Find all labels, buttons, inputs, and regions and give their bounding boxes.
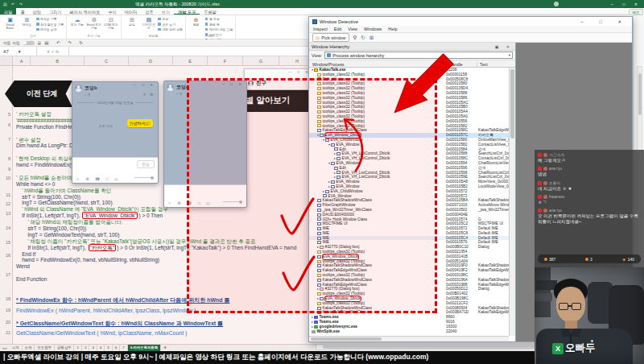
tree-row[interactable]: WinSplit.exe22040	[309, 329, 509, 334]
ribbon-button[interactable]: ⚙Excel 추가 기능	[86, 16, 101, 30]
row-number[interactable]: 13	[6, 211, 10, 216]
row-number[interactable]: 10	[6, 176, 10, 180]
view-dropdown[interactable]: Process window hierarchy ▾	[324, 52, 513, 59]
row-number[interactable]: 9	[8, 167, 10, 172]
column-header[interactable]: D	[129, 56, 173, 66]
row-number[interactable]: 17	[6, 272, 10, 277]
memo-button[interactable]: 메모	[629, 9, 643, 15]
sheet-tab[interactable]: 5	[105, 345, 112, 351]
chat-toolbar[interactable]: ○ ⚲	[164, 92, 246, 96]
sheet-tab[interactable]: 7	[120, 345, 127, 351]
ribbon-button[interactable]: ⊟COM 추가 기능	[103, 16, 118, 30]
column-header[interactable]: A	[13, 56, 31, 66]
sheet-tab[interactable]: 3	[89, 345, 97, 351]
sheet-tab-active[interactable]: 9.카카오톡자동화	[128, 345, 161, 351]
kakaotalk-chat-window-2[interactable]: 코딩c ─ □ ✕ ○ ⚲ ☺ ⊞ ☎ □ ▭	[163, 81, 247, 208]
notification-search-icons[interactable]: ○ ⚲	[85, 93, 90, 97]
add-sheet-button[interactable]: ⊕	[161, 345, 169, 351]
column-header[interactable]: B	[31, 56, 85, 66]
pick-window-button[interactable]: ◎ Pick window	[312, 33, 349, 42]
column-header[interactable]: C	[85, 56, 129, 66]
row-number[interactable]: 11	[6, 192, 10, 197]
ribbon-button[interactable]: ▤디자인 모드	[141, 16, 156, 31]
expand-all-icon[interactable]: ⊞	[369, 35, 374, 41]
select-all-corner[interactable]	[0, 56, 13, 66]
ribbon-tab[interactable]: 수식	[104, 8, 120, 14]
row-number[interactable]: 16	[6, 253, 10, 258]
tree-horizontal-scrollbar[interactable]	[309, 336, 509, 341]
notification-search-icons[interactable]: ○ ⚲	[176, 92, 182, 96]
quick-access-icons[interactable]: ▤ ↶ ↷	[3, 2, 24, 6]
sheet-tab[interactable]: 2	[82, 345, 89, 351]
ribbon-small-button[interactable]: 맵 속성	[205, 17, 233, 21]
message-input-area[interactable]: ☺ ⊞ ☎ □ ▭	[164, 184, 246, 207]
message-input-area[interactable]: 전송 ☺ ⊞ ☎ □ ▭	[72, 157, 158, 183]
row-number[interactable]: 19	[6, 308, 10, 312]
window-controls[interactable]: ─ □ ✕	[222, 82, 244, 86]
column-header[interactable]: G	[243, 56, 279, 66]
sheet-nav-arrows[interactable]: ◂ ▸	[0, 345, 10, 351]
volume-slider[interactable]	[223, 201, 242, 202]
column-header[interactable]: E	[173, 56, 208, 66]
window-controls[interactable]: ─ □ ✕	[134, 83, 155, 87]
menu-item[interactable]: Help	[388, 27, 397, 31]
ribbon-tab[interactable]: 페이지 레이아웃	[66, 8, 105, 14]
chat-toolbar[interactable]: ○ ⚲ ≡ ⊞	[72, 93, 158, 97]
menu-item[interactable]: Windows	[364, 27, 382, 31]
name-box[interactable]: A7 ▾	[0, 47, 37, 56]
window-controls[interactable]: ─ □ ✕	[580, 19, 629, 24]
ribbon-button[interactable]: ⊞삽입	[124, 16, 139, 31]
menu-item[interactable]: View	[348, 27, 357, 31]
ribbon-tab[interactable]: 그리기	[45, 8, 66, 14]
window-controls[interactable]: ─ □ ✕	[610, 2, 642, 6]
kakaotalk-friends-window[interactable]: ─ □ ✕ 친구 ◇	[244, 68, 314, 90]
row-number[interactable]: 21	[6, 330, 10, 335]
ribbon-small-button[interactable]: 코드 보기	[158, 23, 183, 27]
volume-slider[interactable]	[134, 177, 154, 178]
menu-item[interactable]: Inspect	[313, 27, 328, 31]
ribbon-tab[interactable]: 개발 도구	[174, 8, 200, 14]
ribbon-button[interactable]: ☁추가 기능	[69, 16, 85, 30]
ribbon-tab[interactable]: 파일	[0, 8, 16, 14]
friends-tab-label[interactable]: 친구	[256, 80, 266, 87]
ribbon-tab[interactable]: 보기	[158, 8, 174, 14]
ribbon-small-button[interactable]: 매크로 보안	[36, 27, 64, 31]
ribbon-tab[interactable]: 도움말	[200, 8, 221, 14]
ribbon-small-button[interactable]: 속성	[158, 17, 183, 21]
row-number[interactable]: 20	[6, 320, 10, 325]
panel-float-close-icons[interactable]: ▣ ✕	[495, 44, 513, 49]
row-number[interactable]: 12	[6, 201, 10, 206]
ribbon-button[interactable]: ⊕원본	[188, 16, 204, 42]
autosave-toggle[interactable]	[23, 41, 35, 45]
formula-icons[interactable]: ✕ ✓ fx	[37, 47, 69, 56]
tree-vertical-scrollbar[interactable]	[509, 68, 515, 336]
tree-column-headers[interactable]: Window/Process Handle Text	[309, 60, 515, 68]
chevron-down-icon[interactable]: ▾	[19, 49, 21, 54]
send-button[interactable]: 전송	[137, 160, 155, 168]
window-controls[interactable]: ─ □ ✕	[289, 70, 311, 74]
row-number[interactable]: 5	[8, 112, 10, 117]
sheet-tab[interactable]: 4	[97, 345, 105, 351]
row-number[interactable]: 7	[8, 137, 10, 142]
ribbon-small-button[interactable]: 상대 참조로 기록	[36, 23, 64, 27]
ribbon-tab[interactable]: 홈	[16, 8, 28, 14]
sheet-tab[interactable]: 시작	[10, 345, 23, 351]
qat-icons[interactable]: ▤ ↶ ↷ ↻	[44, 40, 86, 45]
row-number[interactable]: 6	[8, 122, 10, 127]
sheet-tab[interactable]: 6	[113, 345, 120, 351]
menu-icons[interactable]: ≡ ⊞	[143, 93, 158, 97]
find-icon[interactable]: ⚲	[353, 35, 357, 41]
ribbon-tab[interactable]: 삽입	[29, 8, 45, 14]
sheet-tab[interactable]: 공통상수	[55, 345, 75, 351]
ribbon-small-button[interactable]: 데이터 새로 고침	[205, 27, 233, 31]
row-number[interactable]: 8	[8, 156, 10, 161]
ribbon-tab[interactable]: 데이터	[121, 8, 142, 14]
ribbon-tab[interactable]: 검토	[141, 8, 157, 14]
account-avatar[interactable]	[554, 2, 559, 6]
row-number[interactable]: 18	[6, 296, 10, 301]
ribbon-small-button[interactable]: 매크로 기록	[36, 17, 64, 21]
sheet-tab[interactable]: 소개	[23, 345, 35, 351]
column-header[interactable]: F	[208, 56, 243, 66]
menu-item[interactable]: Edit	[334, 27, 341, 31]
ribbon-small-button[interactable]: 대화 상자 실행	[158, 27, 183, 31]
